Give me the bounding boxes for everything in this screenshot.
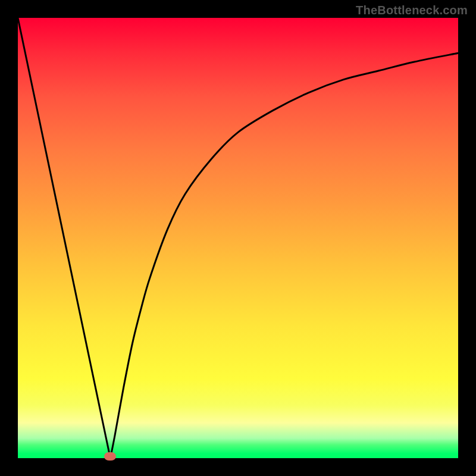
curve-path — [18, 18, 458, 458]
optimal-marker — [104, 452, 116, 461]
bottleneck-curve — [18, 18, 458, 458]
watermark-text: TheBottleneck.com — [356, 4, 468, 17]
